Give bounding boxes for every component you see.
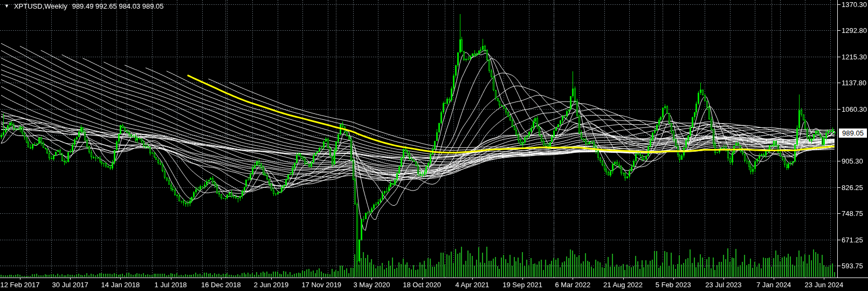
date-axis-label: 4 Apr 2021	[455, 281, 489, 289]
chart-window: ▼ XPTUSD,Weekly 989.49 992.65 984.03 989…	[0, 0, 868, 291]
date-axis-label: 1 Jul 2018	[155, 281, 187, 289]
chart-canvas[interactable]	[0, 0, 868, 291]
date-axis-label: 16 Dec 2018	[201, 281, 241, 289]
chart-dropdown-icon[interactable]: ▼	[4, 3, 9, 10]
current-price-box: 989.05	[839, 128, 867, 138]
price-axis-label: 826.25	[842, 183, 863, 191]
price-axis-label: 1215.30	[842, 52, 867, 60]
date-axis-label: 21 Aug 2022	[603, 281, 643, 289]
date-axis-label: 6 Mar 2022	[555, 281, 590, 289]
date-axis-label: 19 Sep 2021	[502, 281, 542, 289]
price-axis-label: 593.75	[842, 262, 863, 270]
date-axis-label: 17 Nov 2019	[301, 281, 341, 289]
date-axis[interactable]: 12 Feb 2017 30 Jul 2017 14 Jan 2018 1 Ju…	[0, 278, 868, 291]
price-axis-label: 1137.80	[842, 79, 866, 87]
price-axis-label: 748.75	[842, 209, 863, 218]
price-axis-label: 905.30	[842, 157, 863, 165]
price-axis-label: 1292.80	[842, 26, 867, 35]
date-axis-label: 18 Oct 2020	[403, 281, 441, 289]
date-axis-label: 7 Jan 2024	[756, 281, 791, 289]
chart-title-bar: ▼ XPTUSD,Weekly 989.49 992.65 984.03 989…	[4, 2, 164, 10]
price-axis-label: 1370.30	[842, 1, 867, 9]
price-axis-label: 1060.30	[842, 105, 867, 113]
title-ohlc-values: 989.49 992.65 984.03 989.05	[72, 2, 164, 10]
date-axis-label: 3 May 2020	[353, 281, 390, 289]
date-axis-label: 2 Jun 2019	[254, 281, 288, 289]
price-axis[interactable]: 1370.30 1292.80 1215.30 1137.80 1060.30 …	[837, 0, 868, 278]
date-axis-label: 23 Jul 2023	[705, 281, 741, 289]
price-axis-label: 671.25	[842, 235, 863, 243]
symbol-period-label: XPTUSD,Weekly	[14, 2, 67, 10]
date-axis-label: 5 Feb 2023	[656, 281, 691, 289]
date-axis-label: 30 Jul 2017	[52, 281, 88, 289]
date-axis-label: 12 Feb 2017	[0, 281, 39, 289]
date-axis-label: 23 Jun 2024	[805, 281, 844, 289]
date-axis-label: 14 Jan 2018	[101, 281, 140, 289]
